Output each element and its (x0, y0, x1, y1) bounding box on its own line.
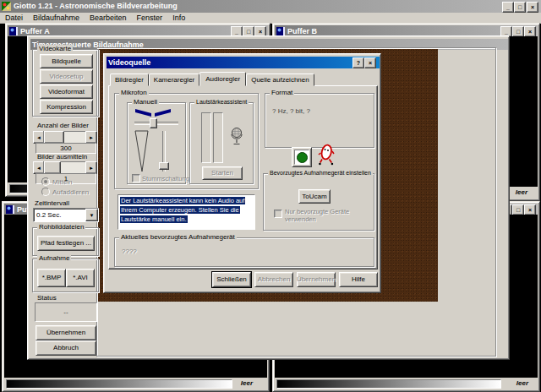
menu-fenster[interactable]: Fenster (132, 13, 168, 23)
zeitintervall-label: Zeitintervall (35, 199, 69, 207)
hilfe-button[interactable]: Hilfe (339, 272, 378, 287)
mikrofon-group: Mikrofon Manuell Stummschaltung Lautstär… (114, 93, 259, 189)
aufnahme-group: Aufnahme *.BMP *.AVI (32, 259, 99, 292)
app-icon (2, 2, 11, 11)
volume-wedge-icon (134, 130, 150, 176)
volume-slider-thumb[interactable] (159, 162, 169, 170)
minimize-icon[interactable]: _ (502, 2, 514, 13)
scrollbar-thumb[interactable] (44, 131, 64, 144)
menu-datei[interactable]: Datei (0, 13, 28, 23)
app-titlebar: Giotto 1.21 - Astronomische Bildverarbei… (0, 0, 541, 13)
schliessen-button[interactable]: Schließen (212, 272, 251, 287)
bevorzugt-group: Bevorzugtes Aufnahmegerät einstellen ToU… (263, 173, 374, 231)
nur-bevorzugte-label: Nur bevorzugte Geräte verwenden (285, 208, 361, 223)
nur-bevorzugte-checkbox[interactable] (274, 210, 282, 218)
kompression-button[interactable]: Kompression (40, 100, 93, 114)
tab-quelle-aufzeichnen[interactable]: Quelle aufzeichnen (246, 74, 314, 86)
desktop: Giotto 1.21 - Astronomische Bildverarbei… (0, 0, 541, 392)
menu-info[interactable]: Info (167, 13, 190, 23)
format-group: Format ? Hz, ? bit, ? (265, 93, 374, 148)
videoquelle-titlebar: Videoquelle ? × (107, 57, 380, 68)
dropdown-arrow-icon[interactable]: ▼ (85, 209, 98, 221)
tab-kameraregler[interactable]: Kameraregler (149, 74, 199, 86)
close-icon[interactable]: × (524, 204, 536, 215)
videokarte-group: Videokarte Bildquelle Videosetup Videofo… (32, 49, 99, 117)
help-icon[interactable]: ? (352, 57, 364, 68)
mascot-icon (317, 143, 336, 170)
puffer-a-title: Puffer A (20, 27, 50, 35)
aktuell-group-label: Aktuelles bevorzugtes Aufnahmegerät (119, 233, 237, 242)
status-label: Status (37, 294, 57, 302)
videoquelle-dialog: Videoquelle ? × Bildregler Kameraregler … (103, 53, 381, 293)
abbrechen-button[interactable]: Abbrechen (254, 272, 293, 287)
aktuell-group: Aktuelles bevorzugtes Aufnahmegerät ???? (114, 237, 374, 267)
radio-aufaddieren-label: Aufaddieren (52, 188, 89, 196)
anzahl-label: Anzahl der Bilder (37, 122, 89, 129)
buffer-icon (276, 27, 285, 35)
tab-bildregler[interactable]: Bildregler (110, 74, 149, 86)
scroll-right-icon[interactable]: ► (85, 131, 97, 144)
mikrofon-group-label: Mikrofon (119, 89, 149, 97)
buffer-icon (6, 205, 14, 214)
close-icon[interactable]: × (527, 2, 538, 13)
close-icon[interactable]: × (364, 57, 376, 68)
timer-uebernehmen-button[interactable]: Übernehmen (36, 325, 96, 340)
puffer-d-statusbar: leer (275, 378, 538, 389)
scrollbar-thumb[interactable] (44, 161, 61, 174)
stummschaltung-checkbox[interactable] (132, 174, 140, 182)
aufmitteln-label: Bilder ausmitteln (37, 153, 87, 161)
videokarte-group-label: Videokarte (37, 45, 73, 53)
toucam-button[interactable]: ToUcam (298, 189, 331, 204)
manuell-group: Manuell Stummschaltung (127, 102, 186, 184)
status-box: -- (35, 302, 97, 322)
status-value: -- (63, 308, 68, 316)
bmp-button[interactable]: *.BMP (37, 269, 66, 287)
tab-audioregler[interactable]: Audioregler (199, 72, 246, 86)
starten-button[interactable]: Starten (202, 166, 243, 180)
anzahl-scrollbar[interactable]: ◄ ► (33, 131, 97, 142)
scroll-right-icon[interactable]: ► (85, 161, 97, 174)
info-line: Lautstärke manuell ein. (120, 215, 188, 223)
histogram-gradient-strip (276, 379, 501, 389)
bevorzugt-group-label: Bevorzugtes Aufnahmegerät einstellen (268, 169, 373, 177)
zeitintervall-value: 0.2 Sec. (36, 211, 61, 219)
pfad-festlegen-button[interactable]: Pfad festlegen ... (37, 236, 95, 251)
puffer-d-status: leer (516, 379, 528, 387)
close-icon[interactable]: × (524, 26, 536, 36)
balance-right-icon (155, 109, 171, 117)
maximize-icon[interactable]: □ (512, 26, 524, 36)
format-value: ? Hz, ? bit, ? (272, 107, 310, 115)
timer-abbruch-button[interactable]: Abbruch (36, 340, 96, 356)
zeitintervall-combobox[interactable]: 0.2 Sec. ▼ (33, 208, 99, 222)
bildquelle-button[interactable]: Bildquelle (40, 54, 93, 68)
maximize-icon[interactable]: □ (512, 204, 524, 215)
videoformat-button[interactable]: Videoformat (40, 84, 93, 99)
puffer-c-status: leer (241, 379, 253, 387)
balance-slider-thumb[interactable] (150, 118, 157, 128)
app-title: Giotto 1.21 - Astronomische Bildverarbei… (14, 2, 178, 10)
videosetup-button[interactable]: Videosetup (40, 69, 93, 84)
radio-mitteln-label: Mitteln (52, 178, 73, 186)
volume-info-box: Der Lautstärkeassistent kann kein Audio … (117, 194, 255, 230)
maximize-icon[interactable]: □ (514, 2, 526, 13)
radio-aufaddieren[interactable]: Aufaddieren (41, 188, 92, 196)
aktuell-value: ???? (122, 248, 137, 255)
aufmitteln-scrollbar[interactable]: ◄ ► (33, 161, 97, 172)
radio-dot (44, 180, 47, 183)
green-light-icon (297, 152, 308, 163)
lautstaerkeassistent-group: Lautstärkeassistent Starten (189, 102, 254, 184)
radio-button-icon[interactable] (41, 188, 50, 196)
radio-mitteln[interactable]: Mitteln (41, 177, 92, 186)
microphone-icon (230, 127, 243, 152)
capture-indicator (292, 147, 312, 167)
menu-bearbeiten[interactable]: Bearbeiten (85, 13, 132, 23)
avi-button[interactable]: *.AVI (66, 269, 95, 287)
puffer-b-title: Puffer B (287, 27, 317, 35)
indicator-well (294, 150, 309, 165)
histogram-gradient-strip (6, 379, 232, 389)
balance-left-icon (135, 109, 151, 117)
menu-bildaufnahme[interactable]: Bildaufnahme (28, 13, 85, 23)
info-line: Ihrem Computer erzeugen. Stellen Sie die (120, 206, 240, 214)
uebernehmen-button[interactable]: Übernehmen (297, 272, 336, 287)
videoquelle-title: Videoquelle (108, 58, 150, 67)
